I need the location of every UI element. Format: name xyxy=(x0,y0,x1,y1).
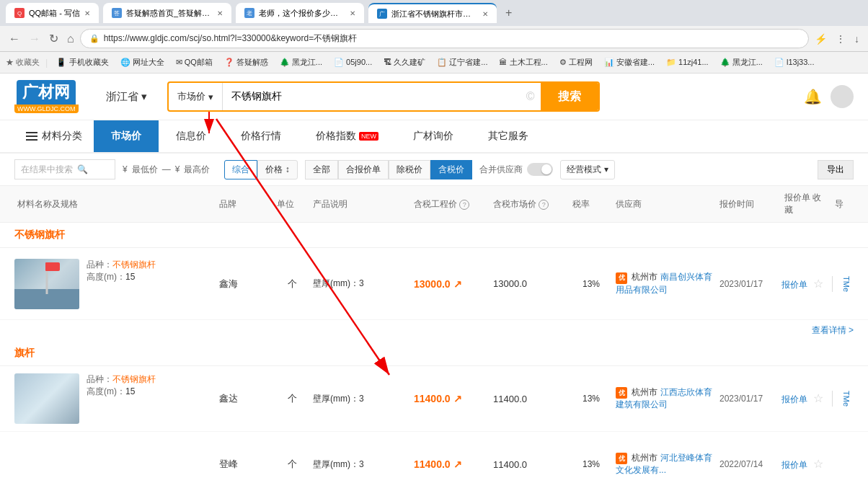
product-report-action2: 报价单 ☆ xyxy=(781,391,832,406)
bookmarks-label: ★ 收藏夹 xyxy=(6,57,40,68)
supplier-name-link2[interactable]: 江西志欣体育建筑有限公司 xyxy=(616,387,712,410)
search-input[interactable] xyxy=(223,83,521,110)
search-button[interactable]: 搜索 xyxy=(541,83,598,110)
sort-tab-comprehensive[interactable]: 综合 xyxy=(224,160,257,179)
product-market-price: 13000.0 xyxy=(490,278,570,289)
nav-item-price-trend[interactable]: 价格行情 xyxy=(223,120,298,152)
nav-item-other[interactable]: 其它服务 xyxy=(471,120,546,152)
tab-label-teacher: 老师，这个报价多少一个合适... xyxy=(259,8,345,19)
nav-item-price-index[interactable]: 价格指数 NEW xyxy=(298,120,396,152)
product-report-action: 报价单 ☆ xyxy=(781,277,832,291)
bookmark-sites[interactable]: 🌐 网址大全 xyxy=(118,56,167,69)
toggle-switch[interactable] xyxy=(527,163,553,176)
product-name-link[interactable]: 不锈钢旗杆 xyxy=(112,259,156,270)
search-type-dropdown[interactable]: 市场价 ▾ xyxy=(169,83,223,110)
tax-tab-all[interactable]: 全部 xyxy=(305,160,338,179)
tax-tab-exclude[interactable]: 除税价 xyxy=(389,160,430,179)
download-button[interactable]: ↓ xyxy=(851,32,862,46)
tax-tab-include[interactable]: 含税价 xyxy=(430,160,472,179)
back-button[interactable]: ← xyxy=(6,31,23,47)
favorite-star-icon3[interactable]: ☆ xyxy=(810,458,826,470)
tab-qq-email[interactable]: Q QQ邮箱 - 写信 ✕ xyxy=(6,3,99,23)
favorite-star-icon[interactable]: ☆ xyxy=(810,278,826,290)
report-btn[interactable]: 报价单 xyxy=(781,280,807,290)
bookmark-engineering[interactable]: ⚙ 工程网 xyxy=(557,56,595,69)
product-name2: 品种：不锈钢旗杆 xyxy=(87,373,156,386)
tax-price-info-icon[interactable]: ? xyxy=(459,200,469,210)
new-tab-button[interactable]: + xyxy=(501,5,516,21)
notification-bell-icon[interactable]: 🔔 xyxy=(804,88,822,105)
biz-mode-dropdown[interactable]: 经营模式 ▾ xyxy=(560,160,615,179)
bookmark-jiujiu[interactable]: 🏗 久久建矿 xyxy=(381,56,428,69)
address-bar[interactable]: 🔒 https://www.gldjc.com/scj/so.html?l=33… xyxy=(80,29,809,48)
nav-item-info-price[interactable]: 信息价 xyxy=(159,120,223,152)
product-spec3: 壁厚(mm)：3 xyxy=(310,458,411,471)
section-title-flagpole: 旗杆 xyxy=(14,347,35,358)
bookmark-civil[interactable]: 🏛 土木工程... xyxy=(496,56,550,69)
product-name-link2[interactable]: 不锈钢旗杆 xyxy=(112,374,156,384)
nav-actions: ⚡ ⋮ ↓ xyxy=(812,32,862,46)
price-range-filter: ¥ 最低价 — ¥ 最高价 xyxy=(123,164,210,176)
product-supplier2: 优 杭州市 江西志欣体育建筑有限公司 xyxy=(613,386,717,412)
bookmark-mobile[interactable]: 📱 手机收藏夹 xyxy=(53,56,111,69)
tab-favicon-answer: 答 xyxy=(112,8,122,18)
table-row: 品种：不锈钢旗杆 高度(m)：15 鑫达 个 壁厚(mm)：3 11400.0 … xyxy=(0,366,868,432)
bookmark-hl2[interactable]: 🌲 黑龙江... xyxy=(717,56,766,69)
tab-close-qq[interactable]: ✕ xyxy=(84,9,90,17)
tax-price-value2: 11400.0 xyxy=(414,393,451,404)
user-avatar[interactable] xyxy=(831,85,854,108)
product-info-col3 xyxy=(14,439,216,488)
bookmark-heilongjiang[interactable]: 🌲 黑龙江... xyxy=(277,56,325,69)
bookmark-liaoning[interactable]: 📋 辽宁省建... xyxy=(434,56,490,69)
bookmark-anhui[interactable]: 📊 安徽省建... xyxy=(601,56,657,69)
materials-menu-button[interactable]: 材料分类 xyxy=(14,120,94,152)
market-price-info-icon[interactable]: ? xyxy=(539,200,549,210)
header-actions: 🔔 xyxy=(804,85,854,108)
tab-close-teacher[interactable]: ✕ xyxy=(350,9,355,17)
product-desc: 品种：不锈钢旗杆 高度(m)：15 xyxy=(87,259,156,283)
favorite-star-icon2[interactable]: ☆ xyxy=(810,392,826,404)
copyright-icon: © xyxy=(521,90,541,103)
supplier-name-link3[interactable]: 河北登峰体育文化发展有... xyxy=(616,453,712,476)
nav-bar: ← → ↻ ⌂ 🔒 https://www.gldjc.com/scj/so.h… xyxy=(0,26,868,52)
sort-tabs: 综合 价格 ↕ xyxy=(224,160,297,179)
report-btn2[interactable]: 报价单 xyxy=(781,394,807,404)
location-select-button[interactable]: 浙江省 ▾ xyxy=(100,87,153,107)
supplier-name-link[interactable]: 南昌创兴体育用品有限公司 xyxy=(616,272,712,295)
nav-item-inquiry[interactable]: 广材询价 xyxy=(396,120,471,152)
th-action: 导 xyxy=(832,198,854,210)
price-max-label: 最高价 xyxy=(184,164,210,176)
settings-button[interactable]: ⋮ xyxy=(833,32,849,46)
search-icon: 🔍 xyxy=(77,164,88,174)
extensions-button[interactable]: ⚡ xyxy=(812,32,830,46)
forward-button[interactable]: → xyxy=(26,31,43,47)
sort-tab-price[interactable]: 价格 ↕ xyxy=(257,160,297,179)
tab-close-answer[interactable]: ✕ xyxy=(217,9,223,17)
supplier-city3: 杭州市 xyxy=(632,453,657,463)
logo[interactable]: 广材网 WWW.GLDJC.COM xyxy=(14,80,79,113)
product-supplier: 优 杭州市 南昌创兴体育用品有限公司 xyxy=(613,271,717,296)
reload-button[interactable]: ↻ xyxy=(46,30,61,47)
bookmark-11zj[interactable]: 📁 11zj41... xyxy=(663,56,712,68)
home-button[interactable]: ⌂ xyxy=(64,31,77,47)
tab-close-flagpole[interactable]: ✕ xyxy=(482,10,488,18)
tax-tab-quote[interactable]: 合报价单 xyxy=(338,160,389,179)
bookmark-l13j33[interactable]: 📄 l13j33... xyxy=(771,56,818,68)
nav-item-market-price[interactable]: 市场价 xyxy=(94,120,159,152)
bookmark-answer[interactable]: ❓ 答疑解惑 xyxy=(221,56,271,69)
bookmark-05j90[interactable]: 📄 05j90... xyxy=(331,56,375,68)
browser-tabs: Q QQ邮箱 - 写信 ✕ 答 答疑解惑首页_答疑解惑-广联... ✕ 老 老师… xyxy=(0,0,868,26)
report-btn3[interactable]: 报价单 xyxy=(781,460,807,470)
bookmark-qq[interactable]: ✉ QQ邮箱 xyxy=(173,56,216,69)
tab-flagpole[interactable]: 广 浙江省不锈钢旗杆市场价_浙江... ✕ xyxy=(368,3,497,23)
export-button[interactable]: 导出 xyxy=(818,160,854,179)
th-supplier: 供应商 xyxy=(613,198,717,210)
tab-answer[interactable]: 答 答疑解惑首页_答疑解惑-广联... ✕ xyxy=(103,3,231,23)
logo-top: 广材网 xyxy=(17,80,76,105)
filter-bar: 在结果中搜索 🔍 ¥ 最低价 — ¥ 最高价 综合 价格 ↕ 全部 合报价单 除… xyxy=(0,154,868,186)
tab-favicon-flagpole: 广 xyxy=(377,9,387,19)
result-search-field[interactable]: 在结果中搜索 🔍 xyxy=(14,159,115,179)
section-steel-flagpole: 不锈钢旗杆 品种：不锈钢旗杆 高度(m)：15 鑫海 个 xyxy=(0,223,868,341)
view-more-steel[interactable]: 查看详情 > xyxy=(0,320,868,341)
tab-teacher[interactable]: 老 老师，这个报价多少一个合适... ✕ xyxy=(236,3,364,23)
